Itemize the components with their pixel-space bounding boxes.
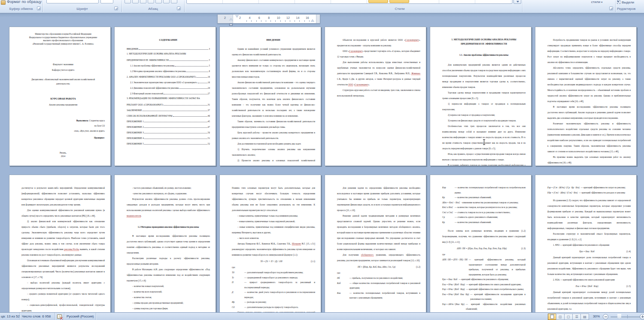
- zoom-in-button[interactable]: [640, 314, 644, 320]
- document-page[interactable]: Министерство образования и науки Российс…: [9, 27, 111, 166]
- toc-entry: ПРИЛОЖЕНИЕ 145: [127, 118, 210, 124]
- paragraph-button-7[interactable]: [171, 0, 177, 3]
- list-item: – суммы продаж для производственных пред…: [127, 300, 210, 306]
- draft-view-button[interactable]: ▤: [580, 314, 589, 320]
- definition-row: Еор = К²ка / (Коб · Кор)— критерий эффек…: [442, 287, 526, 292]
- section-heading: 1.1. Анализ проблемы эффективности рекла…: [442, 53, 526, 57]
- list-item: – новые клиенты, привлеченные под влияни…: [232, 224, 315, 235]
- definition-row: Пб— прибыль, полученная после рекламного…: [337, 276, 420, 281]
- text-line: спец. «Бух.учет, анализ и аудит»: [21, 128, 105, 133]
- spacer: [442, 57, 526, 62]
- quick-style-item-highlighted[interactable]: [389, 0, 409, 3]
- paragraph: Для получения обобщенного уравнения, опр…: [337, 252, 420, 263]
- horizontal-ruler[interactable]: 2246810121416: [217, 14, 320, 24]
- proofing-book-icon: [57, 314, 62, 319]
- document-page[interactable]: 1. МЕТОДОЛОГИЧЕСКИЕ ОСНОВЫ АНАЛИЗА РЕКЛА…: [430, 27, 532, 166]
- document-page[interactable]: ВВЕДЕНИЕОдним из важнейших условий успеш…: [219, 27, 321, 166]
- section-heading: ПРЕДПРИЯТИЯ И ЕЕ ЭФФЕКТИВНОСТИ: [442, 42, 526, 46]
- chevron-down-icon: ▾: [601, 1, 602, 3]
- clipboard-dialog-launcher[interactable]: [37, 6, 41, 10]
- left-indent-marker[interactable]: [229, 24, 233, 26]
- select-button[interactable]: Выдели: [617, 0, 634, 4]
- definition-row: Тс— среднедневной товарооборот до реклам…: [232, 275, 315, 281]
- paragraph: Основным источником объективной информац…: [21, 258, 105, 280]
- pages-grid: Министерство образования и науки Российс…: [9, 27, 637, 312]
- outline-view-button[interactable]: ☰: [572, 314, 581, 320]
- zoom-slider-track[interactable]: [611, 317, 641, 317]
- document-page[interactable]: Объектом исследования в курсовой работе …: [325, 27, 426, 166]
- format-painter-button[interactable]: Формат по образцу: [1, 0, 42, 5]
- quick-styles-gallery[interactable]: [186, 0, 513, 4]
- paragraph: Данный критерий характеризует соотношени…: [547, 290, 631, 312]
- gallery-expand-button[interactable]: [513, 0, 521, 4]
- word-count-indicator[interactable]: Число слов: 6 958: [20, 313, 55, 320]
- formula-row: Тд = (Тс × П × Д) / 100(1.1): [232, 258, 315, 265]
- definition-row: Коб— общее количество потенциальных потр…: [337, 281, 420, 291]
- font-name-combo[interactable]: [46, 0, 99, 3]
- formula-row: ΔПб / Пб = f(Еро, Еоа, Еор, Ена, Евр, Еп…: [442, 245, 526, 252]
- paragraph: Результатом анализа эффективности реклам…: [127, 196, 210, 219]
- spacer: [21, 86, 105, 96]
- full-screen-reading-view-button[interactable]: ◫: [556, 314, 565, 320]
- paragraph-button-5[interactable]: [155, 0, 162, 3]
- document-workspace[interactable]: 2246810121416 Министерство образования и…: [0, 13, 644, 312]
- zoom-level-button[interactable]: 30%: [593, 313, 600, 320]
- print-layout-view-button[interactable]: [548, 314, 556, 320]
- paragraph: достигнутое в результате каких-либо меро…: [21, 185, 105, 208]
- paragraph: В настоящее время исследованию эффективн…: [127, 233, 210, 256]
- paragraph: Абсолютно точно определить эффективность…: [547, 65, 631, 104]
- font-size-combo[interactable]: [100, 0, 113, 3]
- zoom-level-text: 30%: [593, 314, 600, 318]
- first-line-indent-marker[interactable]: [235, 15, 239, 19]
- paragraph: Особенностью этих трех процессов заключа…: [442, 124, 526, 151]
- definition-row: Сд— дополнительные расходы по приросту т…: [232, 305, 315, 310]
- hanging-indent-marker[interactable]: [229, 16, 233, 21]
- right-indent-marker[interactable]: [311, 18, 314, 22]
- document-page[interactable]: Помимо этих основных параметров могут бы…: [219, 175, 321, 312]
- zoom-slider-handle[interactable]: [617, 314, 621, 319]
- document-page[interactable]: Для решения задачи по определению эффект…: [325, 175, 426, 312]
- document-page[interactable]: - частота рекламных объявлений, их разме…: [114, 175, 216, 312]
- quick-style-item-selected[interactable]: [368, 0, 388, 3]
- spacer: [127, 219, 210, 225]
- change-styles-button[interactable]: стили▾: [584, 0, 610, 4]
- toc-entry: 1.2 Методика проведения анализа эффектив…: [127, 68, 210, 73]
- ruler-number: 16: [306, 16, 309, 19]
- paragraph-dialog-launcher[interactable]: [177, 6, 181, 10]
- web-layout-view-button[interactable]: ▢: [564, 314, 573, 320]
- paragraph-button-4[interactable]: [148, 0, 154, 3]
- paragraph-button-6[interactable]: [163, 0, 170, 3]
- paragraph-button-3[interactable]: [140, 0, 146, 3]
- document-page[interactable]: СОДЕРЖАНИЕВВЕДЕНИЕ31. МЕТОДОЛОГИЧЕСКИЕ О…: [114, 27, 216, 166]
- proofing-status-indicator[interactable]: [55, 313, 64, 320]
- paragraph: Одним из важнейших условий успешного упр…: [232, 46, 315, 57]
- ribbon: Формат по образцу стили▾ Выдели: [0, 0, 644, 13]
- font-dialog-launcher[interactable]: [114, 6, 118, 10]
- list-item: – выбора носителей рекламы (каждый носит…: [21, 280, 105, 291]
- paragraph: Данный критерий характеризует долю потен…: [547, 255, 631, 277]
- group-label-styles: Стили: [185, 6, 615, 12]
- view-shortcuts: ◫▢☰▤: [548, 314, 589, 320]
- group-separator: [615, 0, 616, 12]
- document-page[interactable]: достигнутое в результате каких-либо меро…: [9, 175, 111, 312]
- toc-entry: ВВЕДЕНИЕ3: [127, 45, 210, 51]
- paragraph-button-2[interactable]: [132, 0, 139, 3]
- spacer: [21, 73, 105, 77]
- styles-dialog-launcher[interactable]: [609, 6, 613, 10]
- section-heading: 1.2 Методика проведения анализа эффектив…: [127, 225, 210, 229]
- document-page[interactable]: Езр = (Ст · ΔК²т) / (Ср · Кр · Кт)— крит…: [535, 175, 637, 312]
- toc-entry: РЕКЛАМУ ООО «СОРОКАМАРКЕТ»31: [127, 101, 210, 107]
- paragraph: Помимо этих основных параметров могут бы…: [232, 185, 315, 213]
- paragraph: Различают экономическую эффективность ре…: [547, 121, 631, 154]
- document-page[interactable]: Кпр— количество потенциальных потребител…: [430, 175, 532, 312]
- ruler-right-margin-zone: [316, 15, 320, 23]
- list-item: 1) Изучить теоретические основы анализа …: [232, 147, 315, 158]
- full-screen-reading-view-icon: ◫: [559, 315, 562, 319]
- paragraph-button-1[interactable]: [125, 0, 131, 3]
- page-heading: СОДЕРЖАНИЕ: [127, 37, 210, 43]
- page-number-indicator[interactable]: ца: 13 из 52: [0, 313, 20, 320]
- paragraph: Таким образом, значимость состояния фина…: [232, 119, 315, 130]
- language-indicator[interactable]: Русский (Россия): [64, 313, 96, 320]
- document-page[interactable]: Потребность продвижения товаров на рынок…: [535, 27, 637, 166]
- zoom-out-button[interactable]: [603, 314, 608, 320]
